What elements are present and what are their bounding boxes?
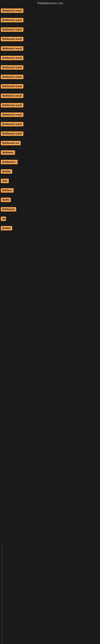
result-row-19: Bott	[0, 177, 100, 186]
bottleneck-badge-20[interactable]: Bottlene	[1, 188, 14, 192]
bottleneck-badge-18[interactable]: Bottlen	[1, 169, 12, 174]
site-title: TheBottlenecker.com	[0, 0, 100, 6]
result-row-8: Bottleneck result	[0, 73, 100, 82]
vertical-line-decoration	[2, 544, 2, 644]
result-row-1: Bottleneck result	[0, 6, 100, 16]
result-row-21: Bottle	[0, 196, 100, 205]
result-row-4: Bottleneck result	[0, 35, 100, 44]
result-row-15: Bottleneck res	[0, 139, 100, 148]
result-row-3: Bottleneck result	[0, 25, 100, 35]
result-row-7: Bottleneck result	[0, 63, 100, 73]
result-row-10: Bottleneck result	[0, 92, 100, 101]
results-list: Bottleneck resultBottleneck resultBottle…	[0, 6, 100, 234]
site-header: TheBottlenecker.com	[0, 0, 100, 6]
result-row-17: Bottleneck r	[0, 158, 100, 167]
result-row-5: Bottleneck result	[0, 44, 100, 54]
result-row-16: Bottlenec	[0, 148, 100, 158]
bottleneck-badge-13[interactable]: Bottleneck result	[1, 122, 23, 126]
bottleneck-badge-5[interactable]: Bottleneck result	[1, 46, 23, 51]
bottleneck-badge-19[interactable]: Bott	[1, 179, 9, 183]
result-row-22: Bottleneck	[0, 205, 100, 214]
result-row-9: Bottleneck result	[0, 82, 100, 92]
bottleneck-badge-1[interactable]: Bottleneck result	[1, 8, 23, 13]
bottleneck-badge-22[interactable]: Bottleneck	[1, 207, 16, 212]
result-row-11: Bottleneck result	[0, 101, 100, 110]
bottleneck-badge-11[interactable]: Bottleneck result	[1, 103, 23, 108]
bottleneck-badge-8[interactable]: Bottleneck result	[1, 75, 23, 79]
bottleneck-badge-7[interactable]: Bottleneck result	[1, 65, 23, 70]
bottleneck-badge-15[interactable]: Bottleneck res	[1, 141, 21, 145]
result-row-12: Bottleneck result	[0, 110, 100, 120]
bottleneck-badge-16[interactable]: Bottlenec	[1, 150, 15, 155]
result-row-2: Bottleneck result	[0, 16, 100, 25]
bottleneck-badge-23[interactable]: Bo	[1, 216, 6, 221]
bottleneck-badge-9[interactable]: Bottleneck result	[1, 84, 23, 88]
result-row-24: Bottlen	[0, 224, 100, 234]
bottleneck-badge-6[interactable]: Bottleneck result	[1, 56, 23, 60]
result-row-18: Bottlen	[0, 167, 100, 177]
result-row-13: Bottleneck result	[0, 120, 100, 130]
result-row-23: Bo	[0, 214, 100, 224]
result-row-14: Bottleneck result	[0, 130, 100, 139]
bottleneck-badge-14[interactable]: Bottleneck result	[1, 132, 23, 136]
bottleneck-badge-2[interactable]: Bottleneck result	[1, 18, 23, 22]
result-row-20: Bottlene	[0, 186, 100, 196]
bottleneck-badge-21[interactable]: Bottle	[1, 198, 11, 202]
bottleneck-badge-3[interactable]: Bottleneck result	[1, 27, 23, 32]
result-row-6: Bottleneck result	[0, 54, 100, 63]
bottleneck-badge-10[interactable]: Bottleneck result	[1, 94, 23, 98]
bottleneck-badge-12[interactable]: Bottleneck result	[1, 112, 23, 117]
bottleneck-badge-4[interactable]: Bottleneck result	[1, 37, 23, 41]
bottleneck-badge-17[interactable]: Bottleneck r	[1, 160, 18, 164]
bottleneck-badge-24[interactable]: Bottlen	[1, 226, 12, 230]
